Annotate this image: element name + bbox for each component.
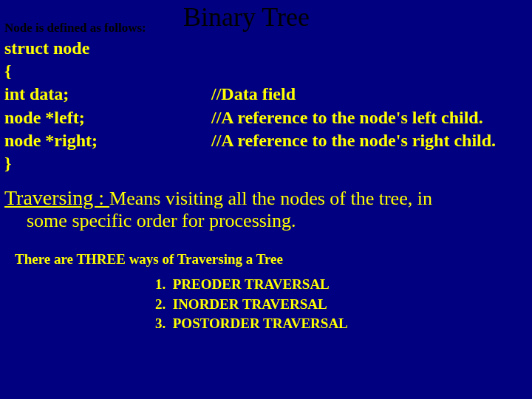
traversing-section: Traversing : Means visiting all the node… [4, 186, 432, 232]
slide-title: Binary Tree [183, 1, 310, 33]
struct-comment-data: //Data field [211, 83, 296, 106]
three-ways-label: There are THREE ways of Traversing a Tre… [15, 251, 283, 267]
struct-comment-left: //A reference to the node's left child. [211, 106, 483, 129]
struct-row-data: int data; //Data field [4, 83, 496, 106]
struct-code-block: struct node { int data; //Data field nod… [4, 37, 496, 175]
struct-row-left: node *left; //A reference to the node's … [4, 106, 496, 129]
struct-field-left: node *left; [4, 106, 211, 129]
struct-field-right: node *right; [4, 129, 211, 152]
struct-line-close: } [4, 152, 496, 175]
traversing-text-1: Means visiting all the nodes of the tree… [109, 188, 432, 209]
traversing-heading: Traversing : [4, 186, 109, 209]
list-item-postorder: 3. POSTORDER TRAVERSAL [155, 314, 348, 334]
list-item-preorder: 1. PREODER TRAVERSAL [155, 275, 348, 295]
struct-field-data: int data; [4, 83, 211, 106]
struct-line-2: { [4, 60, 496, 83]
list-item-inorder: 2. INORDER TRAVERSAL [155, 295, 348, 315]
struct-comment-right: //A reference to the node's right child. [211, 129, 496, 152]
struct-line-1: struct node [4, 37, 496, 60]
traversing-text-2: some specific order for processing. [27, 210, 432, 232]
struct-row-right: node *right; //A reference to the node's… [4, 129, 496, 152]
node-defined-label: Node is defined as follows: [4, 21, 146, 35]
traversal-list: 1. PREODER TRAVERSAL 2. INORDER TRAVERSA… [155, 275, 348, 334]
